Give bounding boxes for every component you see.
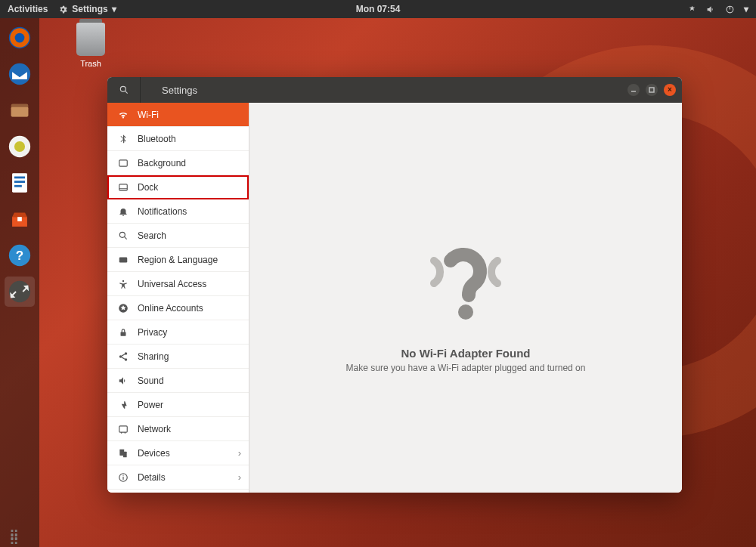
svg-rect-10 bbox=[14, 177, 25, 179]
settings-window: Settings × Wi-FiBluetoothBackgroundDockN… bbox=[107, 77, 682, 493]
background-icon bbox=[118, 158, 129, 168]
dock-libreoffice[interactable] bbox=[5, 168, 35, 198]
dock-software[interactable] bbox=[5, 204, 35, 234]
maximize-icon bbox=[649, 87, 655, 93]
sidebar-item-label: Wi-Fi bbox=[138, 110, 159, 120]
svg-point-8 bbox=[14, 141, 25, 152]
dock-thunderbird[interactable] bbox=[5, 59, 35, 89]
sidebar-item-dock[interactable]: Dock bbox=[107, 175, 249, 199]
svg-point-28 bbox=[122, 280, 124, 281]
sidebar-item-region[interactable]: Region & Language bbox=[107, 248, 249, 272]
svg-point-17 bbox=[9, 281, 30, 302]
minimize-button[interactable] bbox=[627, 84, 640, 96]
maximize-button[interactable] bbox=[646, 84, 658, 96]
dock-help[interactable]: ? bbox=[5, 240, 35, 270]
network-icon bbox=[118, 424, 129, 434]
sidebar-item-label: Universal Access bbox=[138, 279, 206, 289]
svg-point-3 bbox=[15, 33, 25, 43]
devices-icon bbox=[118, 448, 129, 459]
svg-rect-23 bbox=[119, 184, 128, 190]
settings-indicator-icon bbox=[58, 5, 68, 14]
svg-rect-12 bbox=[14, 185, 22, 187]
top-panel: Activities Settings ▾ Mon 07:54 ▾ bbox=[0, 0, 756, 18]
dropdown-caret-icon: ▾ bbox=[744, 4, 748, 14]
svg-point-40 bbox=[458, 304, 473, 320]
sidebar-item-label: Privacy bbox=[138, 327, 167, 338]
app-menu-button[interactable]: Settings ▾ bbox=[58, 4, 116, 14]
sidebar-item-label: Details bbox=[138, 472, 166, 483]
svg-rect-32 bbox=[119, 425, 128, 431]
svg-rect-27 bbox=[119, 257, 128, 262]
minimize-icon bbox=[631, 87, 637, 93]
privacy-icon bbox=[118, 327, 129, 338]
sidebar-item-bluetooth[interactable]: Bluetooth bbox=[107, 127, 249, 151]
svg-rect-11 bbox=[14, 181, 25, 183]
desktop-trash[interactable]: Trash bbox=[67, 23, 115, 68]
sidebar-item-universal[interactable]: Universal Access bbox=[107, 272, 249, 296]
sidebar-item-details[interactable]: Details› bbox=[107, 465, 249, 490]
svg-line-26 bbox=[124, 236, 126, 239]
dock-settings[interactable] bbox=[5, 277, 35, 307]
details-icon bbox=[118, 472, 129, 483]
wifi-icon bbox=[118, 110, 129, 120]
clock[interactable]: Mon 07:54 bbox=[356, 4, 401, 14]
close-button[interactable]: × bbox=[664, 84, 676, 96]
window-titlebar[interactable]: Settings × bbox=[107, 77, 682, 103]
svg-rect-21 bbox=[649, 88, 654, 92]
svg-point-29 bbox=[125, 352, 128, 355]
chevron-right-icon: › bbox=[238, 471, 241, 483]
settings-sidebar: Wi-FiBluetoothBackgroundDockNotification… bbox=[107, 103, 249, 493]
no-adapter-illustration bbox=[413, 223, 519, 329]
sidebar-item-devices[interactable]: Devices› bbox=[107, 441, 249, 465]
svg-point-31 bbox=[125, 358, 128, 361]
sidebar-item-label: Power bbox=[138, 400, 163, 410]
dock-rhythmbox[interactable] bbox=[5, 131, 35, 162]
sidebar-item-background[interactable]: Background bbox=[107, 151, 249, 175]
share-icon bbox=[118, 351, 129, 362]
system-indicators[interactable]: ▾ bbox=[687, 4, 748, 14]
svg-text:?: ? bbox=[16, 249, 23, 263]
svg-rect-6 bbox=[11, 107, 29, 117]
svg-point-18 bbox=[120, 86, 125, 91]
search-button[interactable] bbox=[107, 77, 141, 103]
sidebar-item-label: Sharing bbox=[138, 351, 169, 362]
sidebar-item-sound[interactable]: Sound bbox=[107, 369, 249, 393]
sidebar-item-label: Notifications bbox=[138, 206, 187, 217]
volume-indicator-icon bbox=[706, 5, 716, 14]
svg-rect-22 bbox=[119, 159, 128, 165]
content-subtext: Make sure you have a Wi-Fi adapter plugg… bbox=[346, 363, 586, 373]
chevron-right-icon: › bbox=[238, 447, 241, 459]
window-title: Settings bbox=[162, 85, 197, 96]
settings-content: No Wi-Fi Adapter Found Make sure you hav… bbox=[249, 103, 682, 493]
dock-firefox[interactable] bbox=[5, 23, 35, 53]
content-heading: No Wi-Fi Adapter Found bbox=[401, 347, 531, 360]
sidebar-item-label: Search bbox=[138, 230, 166, 241]
svg-point-30 bbox=[119, 355, 122, 358]
sidebar-item-label: Online Accounts bbox=[138, 303, 203, 314]
online-icon bbox=[118, 303, 129, 314]
sidebar-item-online[interactable]: Online Accounts bbox=[107, 296, 249, 320]
search-icon bbox=[118, 230, 129, 241]
close-icon: × bbox=[668, 86, 672, 94]
search-icon bbox=[119, 85, 129, 95]
bluetooth-icon bbox=[118, 134, 129, 144]
sound-icon bbox=[118, 375, 129, 386]
sidebar-item-label: Sound bbox=[138, 375, 164, 386]
sidebar-item-network[interactable]: Network bbox=[107, 417, 249, 441]
sidebar-item-sharing[interactable]: Sharing bbox=[107, 345, 249, 369]
sidebar-item-search[interactable]: Search bbox=[107, 224, 249, 248]
sidebar-item-wifi[interactable]: Wi-Fi bbox=[107, 103, 249, 127]
trash-icon bbox=[76, 23, 105, 56]
dock-files[interactable] bbox=[5, 95, 35, 125]
sidebar-item-privacy[interactable]: Privacy bbox=[107, 320, 249, 345]
network-indicator-icon bbox=[687, 5, 697, 14]
sidebar-item-label: Background bbox=[138, 158, 186, 168]
dock-icon bbox=[118, 182, 129, 193]
sidebar-item-power[interactable]: Power bbox=[107, 393, 249, 417]
trash-label: Trash bbox=[80, 59, 101, 68]
sidebar-item-notifications[interactable]: Notifications bbox=[107, 199, 249, 224]
activities-button[interactable]: Activities bbox=[8, 4, 48, 14]
svg-point-25 bbox=[119, 232, 125, 237]
sidebar-item-label: Bluetooth bbox=[138, 134, 176, 144]
bell-icon bbox=[118, 206, 129, 217]
